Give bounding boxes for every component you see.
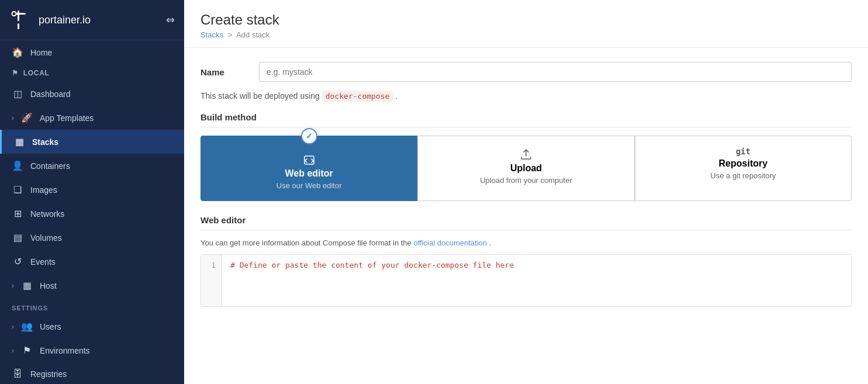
code-comment: # Define or paste the content of your do… bbox=[230, 261, 514, 269]
chevron-right-icon: › bbox=[12, 347, 14, 355]
sidebar-collapse-icon[interactable]: ⇔ bbox=[166, 13, 175, 26]
settings-section-label: SETTINGS bbox=[0, 297, 184, 314]
sidebar-item-images[interactable]: ❏ Images bbox=[0, 178, 184, 202]
chevron-right-icon: › bbox=[12, 282, 14, 290]
svg-rect-1 bbox=[18, 11, 19, 21]
build-method-web-editor[interactable]: ✓ Web editor Use our Web editor bbox=[200, 136, 417, 201]
sidebar-logo: portainer.io ⇔ bbox=[0, 0, 184, 40]
upload-desc: Upload from your computer bbox=[430, 176, 622, 185]
sidebar-item-networks[interactable]: ⊞ Networks bbox=[0, 202, 184, 226]
build-methods-container: ✓ Web editor Use our Web editor bbox=[200, 136, 852, 201]
web-editor-title: Web editor bbox=[213, 168, 405, 179]
sidebar-item-label: Volumes bbox=[30, 233, 172, 243]
images-icon: ❏ bbox=[12, 184, 23, 195]
sidebar-item-label: Dashboard bbox=[30, 89, 172, 99]
logo-text: portainer.io bbox=[39, 14, 91, 26]
sidebar-item-environments[interactable]: › ⚑ Environments bbox=[0, 338, 184, 362]
breadcrumb-current: Add stack bbox=[236, 30, 269, 39]
upload-icon bbox=[430, 147, 622, 161]
deploy-code-badge: docker-compose bbox=[322, 91, 393, 102]
sidebar-item-label: Host bbox=[40, 281, 172, 290]
sidebar-item-host[interactable]: › ▦ Host bbox=[0, 274, 184, 297]
breadcrumb-separator: > bbox=[228, 30, 233, 39]
code-content[interactable]: # Define or paste the content of your do… bbox=[222, 255, 851, 306]
name-row: Name bbox=[200, 62, 852, 82]
build-method-upload[interactable]: Upload Upload from your computer bbox=[417, 136, 634, 201]
main-content: Create stack Stacks > Add stack Name Thi… bbox=[184, 0, 868, 384]
svg-point-4 bbox=[12, 12, 16, 16]
upload-title: Upload bbox=[430, 163, 622, 174]
sidebar-item-label: Registries bbox=[30, 369, 172, 379]
deploy-text-end: . bbox=[395, 91, 397, 101]
sidebar-item-dashboard[interactable]: ◫ Dashboard bbox=[0, 82, 184, 106]
git-icon: git bbox=[647, 147, 839, 156]
sidebar-item-label: App Templates bbox=[40, 113, 172, 123]
users-icon: 👥 bbox=[21, 321, 33, 332]
host-icon: ▦ bbox=[21, 280, 33, 291]
line-number: 1 bbox=[207, 261, 216, 269]
environments-icon: ⚑ bbox=[21, 345, 33, 356]
repository-title: Repository bbox=[647, 158, 839, 169]
web-editor-desc: Use our Web editor bbox=[213, 181, 405, 190]
selected-check-icon: ✓ bbox=[301, 128, 317, 144]
build-method-title: Build method bbox=[200, 112, 852, 127]
sidebar-item-label: Home bbox=[30, 48, 172, 57]
stack-name-input[interactable] bbox=[259, 62, 852, 82]
sidebar-item-events[interactable]: ↺ Events bbox=[0, 250, 184, 274]
sidebar-item-containers[interactable]: 👤 Containers bbox=[0, 154, 184, 178]
stacks-icon: ▦ bbox=[13, 136, 25, 147]
sidebar-item-label: Environments bbox=[40, 346, 172, 355]
web-editor-section: Web editor You can get more information … bbox=[200, 215, 852, 307]
sidebar-item-label: Networks bbox=[30, 209, 172, 219]
sidebar-item-label: Stacks bbox=[32, 137, 172, 147]
official-docs-link[interactable]: official documentation bbox=[413, 238, 487, 247]
home-icon: 🏠 bbox=[12, 47, 23, 58]
app-templates-icon: 🚀 bbox=[21, 112, 33, 123]
build-method-repository[interactable]: git Repository Use a git repository bbox=[635, 136, 852, 201]
editor-info-start: You can get more information about Compo… bbox=[200, 238, 411, 247]
web-editor-icon bbox=[213, 153, 405, 166]
sidebar-item-volumes[interactable]: ▤ Volumes bbox=[0, 226, 184, 250]
events-icon: ↺ bbox=[12, 256, 23, 267]
sidebar-item-label: Events bbox=[30, 257, 172, 267]
sidebar-item-app-templates[interactable]: › 🚀 App Templates bbox=[0, 106, 184, 130]
name-label: Name bbox=[200, 67, 259, 77]
portainer-logo-icon bbox=[9, 8, 33, 32]
sidebar-item-label: Users bbox=[40, 322, 172, 331]
volumes-icon: ▤ bbox=[12, 232, 23, 243]
breadcrumb-link[interactable]: Stacks bbox=[200, 30, 223, 39]
page-title: Create stack bbox=[200, 12, 852, 28]
sidebar-item-home[interactable]: 🏠 Home bbox=[0, 40, 184, 64]
repository-desc: Use a git repository bbox=[647, 171, 839, 180]
line-numbers: 1 bbox=[201, 255, 222, 306]
web-editor-section-title: Web editor bbox=[200, 215, 852, 230]
sidebar-item-stacks[interactable]: ▦ Stacks bbox=[0, 130, 184, 154]
chevron-right-icon: › bbox=[12, 114, 14, 122]
sidebar-item-label: Images bbox=[30, 185, 172, 195]
deploy-info: This stack will be deployed using docker… bbox=[200, 91, 852, 101]
registries-icon: 🗄 bbox=[12, 369, 23, 379]
local-section-label: ⚑ LOCAL bbox=[0, 64, 184, 82]
svg-rect-2 bbox=[18, 23, 19, 29]
sidebar: portainer.io ⇔ 🏠 Home ⚑ LOCAL ◫ Dashboar… bbox=[0, 0, 184, 384]
editor-info-end: . bbox=[489, 238, 492, 247]
containers-icon: 👤 bbox=[12, 160, 23, 171]
form-section: Name This stack will be deployed using d… bbox=[184, 48, 868, 321]
networks-icon: ⊞ bbox=[12, 208, 23, 219]
chevron-right-icon: › bbox=[12, 323, 14, 331]
code-editor[interactable]: 1 # Define or paste the content of your … bbox=[200, 254, 852, 307]
breadcrumb: Stacks > Add stack bbox=[200, 30, 852, 39]
deploy-text-start: This stack will be deployed using bbox=[200, 91, 320, 101]
sidebar-item-users[interactable]: › 👥 Users bbox=[0, 314, 184, 338]
page-header: Create stack Stacks > Add stack bbox=[184, 0, 868, 48]
sidebar-item-registries[interactable]: 🗄 Registries bbox=[0, 362, 184, 384]
sidebar-item-label: Containers bbox=[30, 161, 172, 171]
editor-info-text: You can get more information about Compo… bbox=[200, 238, 852, 247]
dashboard-icon: ◫ bbox=[12, 88, 23, 99]
local-flag-icon: ⚑ bbox=[12, 69, 19, 77]
